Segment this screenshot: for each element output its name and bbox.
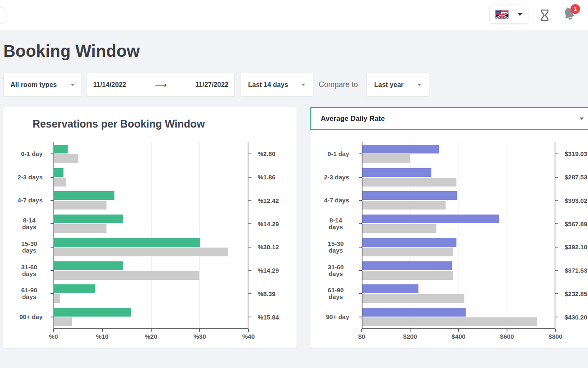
category-label: 4-7 days <box>3 189 43 212</box>
comparison-bar <box>54 154 78 163</box>
axis-tick <box>359 177 362 178</box>
category-label: 8-14 days <box>310 212 349 235</box>
gridline <box>199 142 200 328</box>
current-bar <box>54 308 131 317</box>
axis-tick <box>199 329 200 332</box>
category-label: 90+ day <box>310 305 349 329</box>
axis-tick <box>248 153 251 154</box>
period-value: Last 14 days <box>248 81 288 89</box>
comparison-bar <box>54 248 228 256</box>
category-label: 2-3 days <box>310 166 349 189</box>
value-label: %14.29 <box>258 212 279 235</box>
room-type-dropdown[interactable]: All room types <box>3 73 82 97</box>
x-tick-label: %0 <box>49 333 58 340</box>
category-label: 15-30 days <box>310 235 349 259</box>
current-bar <box>362 168 431 177</box>
comparison-bar <box>54 178 66 187</box>
axis-tick <box>359 153 362 154</box>
value-axis: %2.80%1.86%12.42%14.29%30.12%14.29%8.39%… <box>254 142 294 329</box>
comparison-bar <box>362 294 464 303</box>
axis-tick <box>51 317 53 317</box>
axis-tick <box>151 329 152 332</box>
axis-tick <box>102 329 103 332</box>
current-bar <box>362 238 456 247</box>
axis-tick <box>51 153 53 154</box>
category-label: 61-90 days <box>310 282 349 306</box>
axis-tick <box>555 177 558 178</box>
current-bar <box>362 284 418 293</box>
metric-chart-card: Average Daily Rate 0-1 day2-3 days4-7 da… <box>310 107 588 348</box>
value-label: %12.42 <box>258 189 279 212</box>
start-date-value[interactable]: 11/14/2022 <box>93 81 126 89</box>
value-label: $430.20 <box>565 305 587 329</box>
category-label: 8-14 days <box>3 212 43 235</box>
value-label: %8.39 <box>258 282 276 306</box>
value-axis: $319.03$287.53$393.02$567.89$392.10$371.… <box>561 142 588 329</box>
history-hourglass-button[interactable] <box>536 6 553 24</box>
period-dropdown[interactable]: Last 14 days <box>240 73 313 97</box>
compare-dropdown[interactable]: Last year <box>366 73 429 97</box>
gridline <box>103 142 103 328</box>
comparison-bar <box>54 317 72 326</box>
axis-tick <box>555 200 558 201</box>
category-label: 2-3 days <box>3 166 43 189</box>
current-bar <box>362 191 457 200</box>
axis-tick <box>248 223 251 224</box>
notifications-button[interactable]: 1 <box>561 6 578 24</box>
x-axis: $0$200$400$600$800 <box>362 329 555 343</box>
category-label: 0-1 day <box>3 142 43 166</box>
category-label: 31-60 days <box>310 259 349 282</box>
axis-tick <box>51 223 53 224</box>
x-tick-label: $800 <box>548 333 562 340</box>
value-label: %1.86 <box>258 166 276 189</box>
value-label: $319.03 <box>565 142 587 166</box>
logo-partial <box>0 7 8 24</box>
category-label: 15-30 days <box>3 235 43 259</box>
value-label: $371.53 <box>565 259 587 282</box>
adr-chart: 0-1 day2-3 days4-7 days8-14 days15-30 da… <box>310 107 588 348</box>
axis-tick <box>51 293 53 294</box>
end-date-value[interactable]: 11/27/2022 <box>195 81 228 89</box>
current-bar <box>54 238 200 247</box>
axis-tick <box>555 329 556 332</box>
chevron-down-icon <box>517 13 522 16</box>
arrow-right-icon: ⟶ <box>152 80 170 90</box>
gridline <box>151 142 152 328</box>
topbar: 1 <box>0 0 588 30</box>
comparison-bar <box>54 201 106 210</box>
date-range-picker[interactable]: 11/14/2022 ⟶ 11/27/2022 <box>87 73 235 97</box>
current-bar <box>362 308 466 317</box>
value-label: %15.84 <box>258 305 279 329</box>
compare-value: Last year <box>374 81 403 89</box>
value-label: %14.29 <box>258 259 279 282</box>
value-label: %30.12 <box>258 235 279 259</box>
value-label: $287.53 <box>565 166 587 189</box>
category-axis: 0-1 day2-3 days4-7 days8-14 days15-30 da… <box>3 142 48 329</box>
x-tick-label: %40 <box>242 333 255 340</box>
comparison-bar <box>362 201 446 210</box>
current-bar <box>362 261 452 270</box>
axis-tick <box>555 293 558 294</box>
axis-tick <box>248 270 251 271</box>
comparison-bar <box>362 178 456 187</box>
axis-tick <box>361 329 362 332</box>
axis-tick <box>359 247 362 248</box>
category-label: 0-1 day <box>310 142 349 166</box>
value-label: $393.02 <box>565 189 587 212</box>
comparison-bar <box>362 271 453 280</box>
current-bar <box>54 284 95 293</box>
comparison-bar <box>362 154 410 163</box>
reservations-chart: 0-1 day2-3 days4-7 days8-14 days15-30 da… <box>3 107 297 348</box>
axis-tick <box>359 223 362 224</box>
language-selector[interactable] <box>489 5 528 24</box>
category-axis: 0-1 day2-3 days4-7 days8-14 days15-30 da… <box>310 142 355 329</box>
room-type-value: All room types <box>10 81 57 89</box>
comparison-bar <box>362 224 436 233</box>
axis-tick <box>359 270 362 271</box>
x-tick-label: $200 <box>403 333 417 340</box>
comparison-bar <box>54 294 60 303</box>
comparison-bar <box>362 248 453 256</box>
axis-tick <box>359 317 362 317</box>
axis-tick <box>359 200 362 201</box>
x-tick-label: %30 <box>193 333 206 340</box>
